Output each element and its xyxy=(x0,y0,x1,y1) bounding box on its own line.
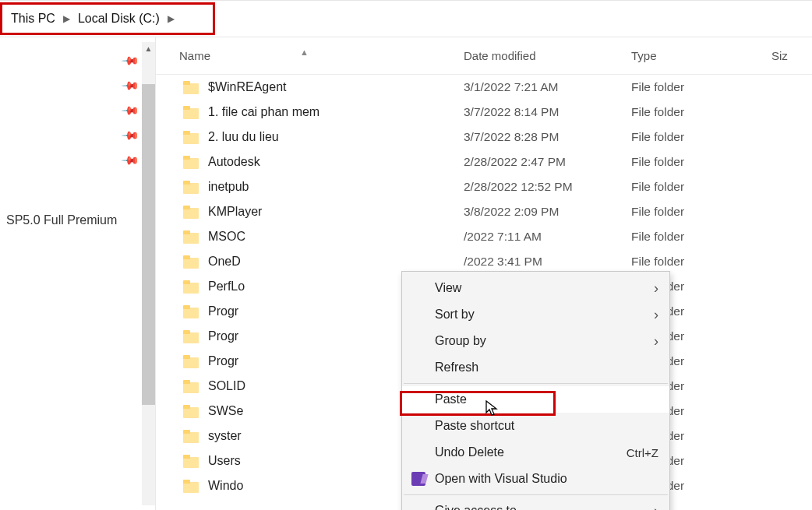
file-type: File folder xyxy=(623,205,764,219)
folder-icon xyxy=(183,156,199,169)
menu-give-access-to[interactable]: Give access to› xyxy=(402,498,669,510)
file-name: PerfLo xyxy=(208,280,245,294)
folder-icon xyxy=(183,280,199,294)
file-type: File folder xyxy=(623,155,764,169)
file-name: Progr xyxy=(208,354,238,368)
table-row[interactable]: 1. file cai phan mem3/7/2022 8:14 PMFile… xyxy=(156,100,812,125)
folder-icon xyxy=(183,131,199,144)
file-name: OneD xyxy=(208,255,241,269)
menu-label: Paste shortcut xyxy=(435,419,514,433)
folder-icon xyxy=(183,206,199,219)
scrollbar-thumb[interactable] xyxy=(142,84,155,405)
pinned-item[interactable]: 📌 xyxy=(0,73,155,98)
file-type: File folder xyxy=(623,105,764,119)
menu-group-by[interactable]: Group by› xyxy=(402,328,669,354)
file-name: MSOC xyxy=(208,230,245,244)
file-date: /2022 7:11 AM xyxy=(456,230,623,244)
column-type[interactable]: Type xyxy=(623,49,764,62)
chevron-right-icon: › xyxy=(654,280,658,297)
pin-icon: 📌 xyxy=(120,150,140,171)
folder-icon xyxy=(183,380,199,393)
file-name: 1. file cai phan mem xyxy=(208,105,320,119)
menu-label: Sort by xyxy=(435,308,475,322)
menu-undo-delete[interactable]: Undo DeleteCtrl+Z xyxy=(402,439,669,466)
folder-icon xyxy=(183,355,199,368)
file-date: 3/8/2022 2:09 PM xyxy=(456,205,623,219)
sort-asc-icon: ▲ xyxy=(300,47,309,57)
chevron-right-icon: › xyxy=(654,333,658,350)
folder-icon xyxy=(183,430,199,443)
column-size[interactable]: Siz xyxy=(764,49,812,62)
folder-icon xyxy=(183,455,199,468)
file-type: File folder xyxy=(623,255,764,269)
file-name: $WinREAgent xyxy=(208,80,287,94)
file-type: File folder xyxy=(623,130,764,144)
file-date: 2/28/2022 12:52 PM xyxy=(456,180,623,194)
menu-label: Refresh xyxy=(435,361,478,375)
table-row[interactable]: MSOC/2022 7:11 AMFile folder xyxy=(156,224,812,249)
file-date: 3/7/2022 8:28 PM xyxy=(456,130,623,144)
column-name[interactable]: Name ▲ xyxy=(156,49,456,62)
sidebar-item[interactable]: SP5.0 Full Premium xyxy=(0,212,155,229)
menu-open-visual-studio[interactable]: Open with Visual Studio xyxy=(402,466,669,492)
folder-icon xyxy=(183,405,199,418)
navigation-pane[interactable]: ▲ 📌 📌 📌 📌 📌 SP5.0 Full Premium xyxy=(0,37,156,510)
chevron-right-icon: › xyxy=(654,307,658,323)
menu-label: View xyxy=(435,281,461,295)
menu-view[interactable]: View› xyxy=(402,275,669,301)
breadcrumb-root[interactable]: This PC xyxy=(6,12,60,26)
folder-icon xyxy=(183,255,199,269)
scroll-up-icon[interactable]: ▲ xyxy=(142,42,155,55)
table-row[interactable]: Autodesk2/28/2022 2:47 PMFile folder xyxy=(156,149,812,174)
breadcrumb-drive[interactable]: Local Disk (C:) xyxy=(73,12,164,26)
menu-paste[interactable]: Paste xyxy=(402,386,669,413)
visual-studio-icon xyxy=(410,470,427,487)
folder-icon xyxy=(183,181,199,194)
table-row[interactable]: inetpub2/28/2022 12:52 PMFile folder xyxy=(156,174,812,199)
menu-label: Open with Visual Studio xyxy=(435,472,567,486)
menu-sort-by[interactable]: Sort by› xyxy=(402,301,669,328)
file-type: File folder xyxy=(623,80,764,94)
folder-icon xyxy=(183,230,199,244)
folder-icon xyxy=(183,330,199,343)
pin-icon: 📌 xyxy=(120,76,140,96)
column-date[interactable]: Date modified xyxy=(456,49,623,62)
file-name: syster xyxy=(208,429,242,443)
menu-hotkey: Ctrl+Z xyxy=(627,446,658,459)
file-name: Progr xyxy=(208,304,238,318)
file-list[interactable]: Name ▲ Date modified Type Siz $WinREAgen… xyxy=(156,37,812,510)
menu-refresh[interactable]: Refresh xyxy=(402,354,669,381)
pinned-item[interactable]: 📌 xyxy=(0,48,155,73)
folder-icon xyxy=(183,480,199,493)
menu-label: Give access to xyxy=(435,504,517,510)
pinned-item[interactable]: 📌 xyxy=(0,98,155,123)
file-name: KMPlayer xyxy=(208,205,262,219)
menu-label: Paste xyxy=(435,392,467,406)
folder-icon xyxy=(183,305,199,318)
context-menu: View› Sort by› Group by› Refresh Paste P… xyxy=(401,271,670,510)
file-name: Users xyxy=(208,454,241,468)
table-row[interactable]: KMPlayer3/8/2022 2:09 PMFile folder xyxy=(156,199,812,224)
pinned-item[interactable]: 📌 xyxy=(0,148,155,173)
breadcrumb[interactable]: This PC ▶ Local Disk (C:) ▶ xyxy=(0,0,812,37)
file-name: Progr xyxy=(208,329,238,343)
folder-icon xyxy=(183,106,199,119)
file-date: 2/28/2022 2:47 PM xyxy=(456,155,623,169)
chevron-right-icon[interactable]: ▶ xyxy=(168,13,175,24)
chevron-right-icon[interactable]: ▶ xyxy=(63,13,70,24)
file-date: /2022 3:41 PM xyxy=(456,255,623,269)
pinned-item[interactable]: 📌 xyxy=(0,123,155,148)
file-name: SWSe xyxy=(208,404,243,418)
table-row[interactable]: $WinREAgent3/1/2022 7:21 AMFile folder xyxy=(156,75,812,100)
menu-paste-shortcut[interactable]: Paste shortcut xyxy=(402,413,669,439)
file-name: SOLID xyxy=(208,379,245,393)
menu-label: Group by xyxy=(435,334,486,348)
menu-separator xyxy=(404,383,668,384)
column-name-label: Name xyxy=(179,49,210,62)
file-name: Windo xyxy=(208,479,243,493)
table-row[interactable]: 2. luu du lieu3/7/2022 8:28 PMFile folde… xyxy=(156,125,812,149)
menu-separator xyxy=(404,494,668,495)
file-type: File folder xyxy=(623,180,764,194)
pin-icon: 📌 xyxy=(120,125,140,146)
pin-icon: 📌 xyxy=(120,100,140,121)
